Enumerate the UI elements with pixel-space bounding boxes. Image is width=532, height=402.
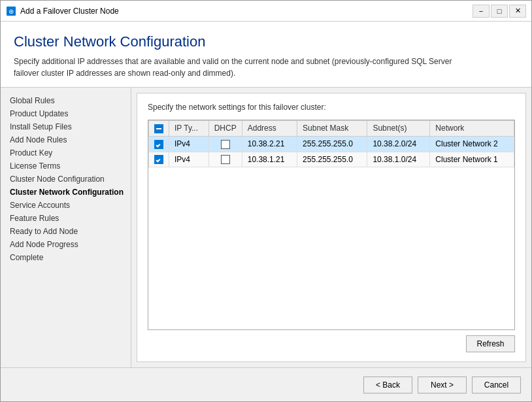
refresh-area: Refresh bbox=[148, 330, 515, 352]
sidebar-item-add-node-progress[interactable]: Add Node Progress bbox=[1, 238, 131, 251]
row-1-subnets: 10.38.1.0/24 bbox=[367, 152, 430, 167]
row-0-address: 10.38.2.21 bbox=[242, 136, 297, 152]
sidebar: Global RulesProduct UpdatesInstall Setup… bbox=[1, 88, 131, 367]
row-1-checkbox-cell bbox=[149, 152, 169, 167]
window-controls: − □ ✕ bbox=[473, 5, 526, 18]
minimize-button[interactable]: − bbox=[473, 5, 490, 18]
table-row[interactable]: IPv410.38.1.21255.255.255.010.38.1.0/24C… bbox=[149, 152, 514, 167]
table-header-row: IP Ty... DHCP Address Subnet Mask Subnet… bbox=[149, 121, 514, 137]
page-header: Cluster Network Configuration Specify ad… bbox=[1, 22, 531, 88]
row-1-dhcp-cell bbox=[208, 152, 242, 167]
table-row[interactable]: IPv410.38.2.21255.255.255.010.38.2.0/24C… bbox=[149, 136, 514, 152]
network-settings-table: IP Ty... DHCP Address Subnet Mask Subnet… bbox=[148, 120, 514, 167]
footer: < Back Next > Cancel bbox=[1, 367, 531, 401]
sidebar-item-product-updates[interactable]: Product Updates bbox=[1, 107, 131, 120]
title-bar: ⊕ Add a Failover Cluster Node − □ ✕ bbox=[1, 1, 531, 22]
main-body: Global RulesProduct UpdatesInstall Setup… bbox=[1, 88, 531, 367]
sidebar-item-cluster-network-configuration[interactable]: Cluster Network Configuration bbox=[1, 186, 131, 199]
sidebar-item-complete[interactable]: Complete bbox=[1, 251, 131, 264]
refresh-button[interactable]: Refresh bbox=[466, 335, 515, 352]
row-1-address: 10.38.1.21 bbox=[242, 152, 297, 167]
next-button[interactable]: Next > bbox=[418, 377, 467, 394]
window-icon: ⊕ bbox=[6, 6, 16, 16]
window-title: Add a Failover Cluster Node bbox=[20, 7, 473, 16]
sidebar-item-global-rules[interactable]: Global Rules bbox=[1, 94, 131, 107]
sidebar-item-product-key[interactable]: Product Key bbox=[1, 146, 131, 159]
sidebar-item-service-accounts[interactable]: Service Accounts bbox=[1, 199, 131, 212]
col-header-network: Network bbox=[430, 121, 514, 137]
sidebar-item-ready-to-add-node[interactable]: Ready to Add Node bbox=[1, 225, 131, 238]
table-body: IPv410.38.2.21255.255.255.010.38.2.0/24C… bbox=[149, 136, 514, 167]
row-0-subnets: 10.38.2.0/24 bbox=[367, 136, 430, 152]
row-1-subnet-mask: 255.255.255.0 bbox=[297, 152, 367, 167]
cancel-button[interactable]: Cancel bbox=[472, 377, 521, 394]
col-header-subnet-mask: Subnet Mask bbox=[297, 121, 367, 137]
sidebar-item-install-setup-files[interactable]: Install Setup Files bbox=[1, 120, 131, 133]
network-table: IP Ty... DHCP Address Subnet Mask Subnet… bbox=[148, 120, 515, 330]
right-panel: Specify the network settings for this fa… bbox=[137, 93, 526, 362]
col-header-dhcp: DHCP bbox=[208, 121, 242, 137]
sidebar-item-add-node-rules[interactable]: Add Node Rules bbox=[1, 133, 131, 146]
row-0-ip-type: IPv4 bbox=[169, 136, 209, 152]
row-0-dhcp-checkbox[interactable] bbox=[221, 140, 230, 149]
content-area: Cluster Network Configuration Specify ad… bbox=[1, 22, 531, 401]
row-0-checkbox[interactable] bbox=[154, 140, 163, 149]
main-window: ⊕ Add a Failover Cluster Node − □ ✕ Clus… bbox=[0, 0, 532, 402]
col-header-address: Address bbox=[242, 121, 297, 137]
sidebar-item-feature-rules[interactable]: Feature Rules bbox=[1, 212, 131, 225]
page-description: Specify additional IP addresses that are… bbox=[14, 56, 458, 79]
panel-instruction: Specify the network settings for this fa… bbox=[148, 103, 515, 112]
row-0-dhcp-cell bbox=[208, 136, 242, 152]
row-1-dhcp-checkbox[interactable] bbox=[221, 155, 230, 164]
back-button[interactable]: < Back bbox=[363, 377, 412, 394]
svg-text:⊕: ⊕ bbox=[8, 8, 14, 15]
row-0-subnet-mask: 255.255.255.0 bbox=[297, 136, 367, 152]
close-button[interactable]: ✕ bbox=[509, 5, 526, 18]
col-header-ip-type: IP Ty... bbox=[169, 121, 209, 137]
sidebar-item-license-terms[interactable]: License Terms bbox=[1, 159, 131, 173]
sidebar-item-cluster-node-configuration[interactable]: Cluster Node Configuration bbox=[1, 173, 131, 186]
row-0-network: Cluster Network 2 bbox=[430, 136, 514, 152]
row-1-ip-type: IPv4 bbox=[169, 152, 209, 167]
maximize-button[interactable]: □ bbox=[491, 5, 508, 18]
row-0-checkbox-cell bbox=[149, 136, 169, 152]
row-1-network: Cluster Network 1 bbox=[430, 152, 514, 167]
row-1-checkbox[interactable] bbox=[154, 155, 163, 164]
col-header-check bbox=[149, 121, 169, 137]
col-header-subnets: Subnet(s) bbox=[367, 121, 430, 137]
page-title: Cluster Network Configuration bbox=[14, 33, 518, 50]
header-checkbox[interactable] bbox=[154, 124, 163, 133]
